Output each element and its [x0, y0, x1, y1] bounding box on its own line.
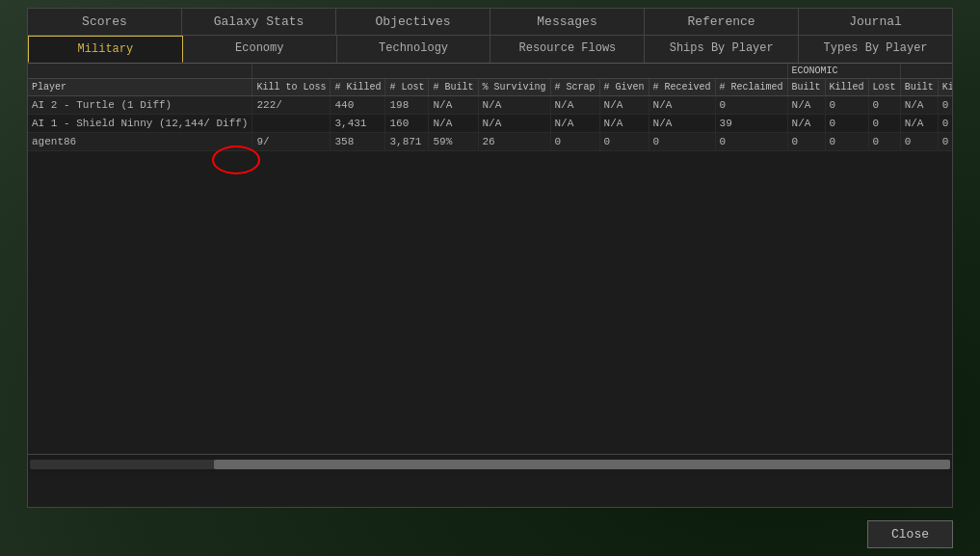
main-panel: Scores Galaxy Stats Objectives Messages … [27, 8, 953, 508]
cell-scrap: N/A [550, 96, 599, 115]
col-group-defensive [900, 64, 952, 79]
cell-kill-loss: 9/ [252, 133, 331, 151]
tab-resource-flows[interactable]: Resource Flows [490, 36, 645, 63]
tab-row-top: Scores Galaxy Stats Objectives Messages … [28, 9, 952, 36]
tab-military[interactable]: Military [28, 36, 183, 63]
cell-scrap: 0 [550, 133, 599, 151]
table-row: AI 2 - Turtle (1 Diff) 222/ 440 198 N/A … [28, 96, 952, 115]
tab-technology[interactable]: Technology [337, 36, 491, 63]
cell-lost: 198 [385, 96, 429, 115]
header-scrap: # Scrap [550, 79, 599, 96]
cell-kill-loss [252, 115, 331, 133]
cell-def-built: N/A [900, 96, 938, 115]
tab-galaxy-stats[interactable]: Galaxy Stats [182, 9, 336, 35]
cell-def-built: 0 [900, 133, 938, 151]
col-group-player [28, 64, 252, 79]
cell-player: AI 1 - Shield Ninny (12,144/ Diff) [28, 115, 252, 133]
header-player: Player [28, 79, 252, 96]
header-received: # Received [649, 79, 715, 96]
cell-def-killed: 0 [938, 133, 952, 151]
header-reclaimed: # Reclaimed [715, 79, 787, 96]
cell-received: N/A [649, 115, 715, 133]
header-surviving: % Surviving [478, 79, 550, 96]
cell-def-built: N/A [900, 115, 938, 133]
col-group-general [252, 64, 787, 79]
cell-mil-killed: 0 [825, 133, 868, 151]
cell-received: N/A [649, 96, 715, 115]
bottom-bar: Close [867, 520, 953, 548]
scrollbar-track[interactable] [30, 460, 950, 469]
cell-built: 59% [429, 133, 478, 151]
cell-lost: 3,871 [385, 133, 429, 151]
cell-mil-lost: 0 [868, 115, 900, 133]
tab-messages[interactable]: Messages [490, 9, 645, 35]
cell-received: 0 [649, 133, 715, 151]
tab-reference[interactable]: Reference [645, 9, 799, 35]
cell-reclaimed: 0 [715, 133, 787, 151]
cell-mil-built: N/A [787, 115, 825, 133]
header-def-killed: Killed [938, 79, 952, 96]
header-killed: # Killed [331, 79, 385, 96]
header-built: # Built [429, 79, 478, 96]
cell-scrap: N/A [550, 115, 599, 133]
header-kill-loss: Kill to Loss [252, 79, 331, 96]
tab-economy[interactable]: Economy [183, 36, 337, 63]
cell-mil-lost: 0 [868, 133, 900, 151]
scrollbar-thumb[interactable] [214, 460, 950, 469]
header-mil-killed: Killed [825, 79, 868, 96]
header-lost: # Lost [385, 79, 429, 96]
cell-given: N/A [599, 115, 649, 133]
cell-mil-built: N/A [787, 96, 825, 115]
header-mil-lost: Lost [868, 79, 900, 96]
cell-given: N/A [599, 96, 649, 115]
cell-built: N/A [429, 115, 478, 133]
cell-lost: 160 [385, 115, 429, 133]
cell-reclaimed: 0 [715, 96, 787, 115]
close-button[interactable]: Close [867, 520, 953, 548]
col-group-military: ECONOMIC [787, 64, 900, 79]
header-mil-built: Built [787, 79, 825, 96]
table-container[interactable]: ECONOMIC Player Kill to Loss # Killed # … [28, 64, 952, 454]
cell-def-killed: 0 [938, 96, 952, 115]
cell-surviving: 26 [478, 133, 550, 151]
cell-surviving: N/A [478, 115, 550, 133]
header-given: # Given [599, 79, 649, 96]
tab-objectives[interactable]: Objectives [336, 9, 490, 35]
header-def-built: Built [900, 79, 938, 96]
cell-mil-killed: 0 [825, 96, 868, 115]
cell-reclaimed: 39 [715, 115, 787, 133]
tab-ships-by-player[interactable]: Ships By Player [645, 36, 799, 63]
cell-kill-loss: 222/ [252, 96, 331, 115]
tab-row-second: Military Economy Technology Resource Flo… [28, 36, 952, 64]
table-row: agent86 9/ 358 3,871 59% 26 0 0 0 0 0 0 … [28, 133, 952, 151]
cell-surviving: N/A [478, 96, 550, 115]
military-table: ECONOMIC Player Kill to Loss # Killed # … [28, 64, 952, 151]
tab-journal[interactable]: Journal [799, 9, 952, 35]
cell-killed: 358 [331, 133, 385, 151]
cell-built: N/A [429, 96, 478, 115]
tab-types-by-player[interactable]: Types By Player [799, 36, 952, 63]
cell-killed: 3,431 [331, 115, 385, 133]
cell-player: agent86 [28, 133, 252, 151]
cell-mil-lost: 0 [868, 96, 900, 115]
table-row: AI 1 - Shield Ninny (12,144/ Diff) 3,431… [28, 115, 952, 133]
tab-scores[interactable]: Scores [28, 9, 182, 35]
cell-def-killed: 0 [938, 115, 952, 133]
cell-killed: 440 [331, 96, 385, 115]
cell-mil-built: 0 [787, 133, 825, 151]
horizontal-scrollbar[interactable] [28, 454, 952, 473]
cell-player: AI 2 - Turtle (1 Diff) [28, 96, 252, 115]
cell-mil-killed: 0 [825, 115, 868, 133]
cell-given: 0 [599, 133, 649, 151]
